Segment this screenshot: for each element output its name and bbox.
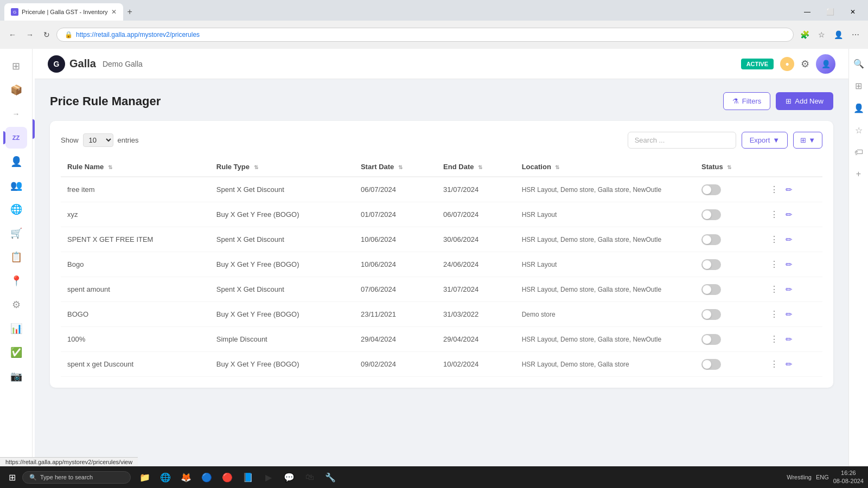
action-dots-button[interactable]: ⋮ bbox=[767, 208, 782, 221]
add-new-button[interactable]: ⊞ Add New bbox=[776, 92, 833, 110]
action-dots-button[interactable]: ⋮ bbox=[767, 358, 782, 370]
action-dots-button[interactable]: ⋮ bbox=[767, 258, 782, 271]
sidebar-item-arrow[interactable]: → bbox=[5, 103, 27, 125]
col-header-rule-type[interactable]: Rule Type ⇅ bbox=[210, 157, 354, 177]
table-right-controls: Export ▼ ⊞ ▼ bbox=[628, 132, 822, 149]
cell-rule-name: spent x get Duscount bbox=[61, 352, 210, 377]
sidebar-item-reports[interactable]: 📋 bbox=[5, 246, 27, 268]
cell-rule-type: Simple Discount bbox=[210, 327, 354, 352]
col-header-location[interactable]: Location ⇅ bbox=[515, 157, 695, 177]
right-grid-icon[interactable]: ⊞ bbox=[852, 78, 865, 94]
taskbar-app-chrome[interactable]: 🔴 bbox=[218, 467, 237, 487]
sidebar-item-inventory[interactable]: 📦 bbox=[5, 79, 27, 101]
taskbar-app-edge[interactable]: 🌐 bbox=[156, 467, 175, 487]
table-scroll[interactable]: Rule Name ⇅ Rule Type ⇅ Start Date ⇅ End… bbox=[61, 157, 822, 377]
status-toggle[interactable] bbox=[701, 334, 721, 345]
address-bar[interactable]: 🔒 https://retail.galla.app/mystorev2/pri… bbox=[56, 28, 794, 42]
active-tab[interactable]: G Pricerule | Galla GST - Inventory ✕ bbox=[4, 3, 123, 21]
col-header-start-date[interactable]: Start Date ⇅ bbox=[354, 157, 437, 177]
avatar[interactable]: 👤 bbox=[816, 54, 835, 74]
cell-rule-name: free item bbox=[61, 177, 210, 202]
status-toggle[interactable] bbox=[701, 309, 721, 320]
sidebar-item-dashboard[interactable]: ⊞ bbox=[5, 55, 27, 77]
price-rule-table: Rule Name ⇅ Rule Type ⇅ Start Date ⇅ End… bbox=[61, 157, 822, 377]
col-header-status[interactable]: Status ⇅ bbox=[695, 157, 760, 177]
sidebar-item-location[interactable]: 📍 bbox=[5, 270, 27, 292]
cell-location: HSR Layout, Demo store, Galla store, New… bbox=[515, 227, 695, 252]
taskbar-app-firefox[interactable]: 🦊 bbox=[176, 467, 196, 487]
sidebar-item-pricerule[interactable]: ZZ bbox=[5, 127, 27, 149]
status-toggle[interactable] bbox=[701, 234, 721, 245]
tab-close-icon[interactable]: ✕ bbox=[111, 8, 117, 16]
sidebar-item-checklist[interactable]: ✅ bbox=[5, 342, 27, 363]
filters-button[interactable]: ⚗ Filters bbox=[723, 92, 770, 110]
active-badge: ACTIVE bbox=[741, 59, 774, 69]
taskbar-app-ie[interactable]: 🔵 bbox=[197, 467, 216, 487]
minimize-button[interactable]: — bbox=[796, 4, 818, 20]
sidebar-item-camera[interactable]: 📷 bbox=[5, 365, 27, 387]
status-toggle[interactable] bbox=[701, 184, 721, 195]
col-header-rule-name[interactable]: Rule Name ⇅ bbox=[61, 157, 210, 177]
maximize-button[interactable]: ⬜ bbox=[819, 4, 841, 20]
cell-status bbox=[695, 352, 760, 377]
edit-button[interactable]: ✏ bbox=[783, 284, 795, 296]
gear-icon-button[interactable]: ⚙ bbox=[801, 58, 809, 70]
taskbar-app-fb[interactable]: 📘 bbox=[238, 467, 258, 487]
sidebar-item-analytics[interactable]: 📊 bbox=[5, 318, 27, 339]
taskbar-app-skype[interactable]: 💬 bbox=[279, 467, 299, 487]
status-toggle[interactable] bbox=[701, 259, 721, 270]
grid-icon: ⊞ bbox=[800, 136, 806, 144]
back-button[interactable]: ← bbox=[5, 28, 20, 41]
forward-button[interactable]: → bbox=[23, 28, 37, 41]
new-tab-button[interactable]: + bbox=[123, 5, 137, 19]
status-toggle[interactable] bbox=[701, 359, 721, 370]
view-toggle-button[interactable]: ⊞ ▼ bbox=[793, 132, 822, 149]
taskbar-app-store[interactable]: 🛍 bbox=[300, 467, 320, 487]
table-controls: Show 10 25 50 100 entries Export bbox=[61, 132, 822, 149]
edit-button[interactable]: ✏ bbox=[783, 259, 795, 271]
icon-sidebar: ⊞ 📦 → ZZ 👤 👥 🌐 🛒 📋 📍 ⚙ 📊 ✅ 📷 📄 bbox=[0, 49, 33, 488]
app-header: G Galla Demo Galla ACTIVE ● ⚙ 👤 bbox=[35, 49, 848, 79]
edit-button[interactable]: ✏ bbox=[783, 309, 795, 320]
start-button[interactable]: ⊞ bbox=[4, 470, 20, 485]
taskbar-search[interactable]: 🔍 Type here to search bbox=[22, 471, 131, 484]
cell-rule-type: Spent X Get Discount bbox=[210, 227, 354, 252]
edit-button[interactable]: ✏ bbox=[783, 234, 795, 246]
action-dots-button[interactable]: ⋮ bbox=[767, 183, 782, 196]
close-button[interactable]: ✕ bbox=[842, 4, 864, 20]
sidebar-item-globe[interactable]: 🌐 bbox=[5, 198, 27, 220]
sidebar-item-cart[interactable]: 🛒 bbox=[5, 222, 27, 244]
star-button[interactable]: ☆ bbox=[815, 28, 828, 41]
right-tag-icon[interactable]: 🏷 bbox=[851, 144, 866, 160]
sidebar-item-users[interactable]: 👤 bbox=[5, 151, 27, 172]
edit-button[interactable]: ✏ bbox=[783, 184, 795, 196]
action-dots-button[interactable]: ⋮ bbox=[767, 233, 782, 246]
search-input[interactable] bbox=[628, 132, 736, 149]
extensions-button[interactable]: 🧩 bbox=[797, 28, 813, 41]
edit-button[interactable]: ✏ bbox=[783, 358, 795, 370]
entries-select[interactable]: 10 25 50 100 bbox=[83, 133, 113, 147]
sidebar-item-team[interactable]: 👥 bbox=[5, 175, 27, 196]
taskbar-app-tool[interactable]: 🔧 bbox=[321, 467, 340, 487]
taskbar-app-files[interactable]: 📁 bbox=[135, 467, 155, 487]
action-dots-button[interactable]: ⋮ bbox=[767, 333, 782, 345]
sidebar-item-settings[interactable]: ⚙ bbox=[5, 294, 27, 316]
right-search-icon[interactable]: 🔍 bbox=[850, 55, 867, 72]
taskbar-app-yt[interactable]: ▶ bbox=[259, 467, 278, 487]
status-toggle[interactable] bbox=[701, 284, 721, 295]
col-header-end-date[interactable]: End Date ⇅ bbox=[437, 157, 515, 177]
col-header-actions bbox=[760, 157, 822, 177]
action-dots-button[interactable]: ⋮ bbox=[767, 308, 782, 320]
right-user-icon[interactable]: 👤 bbox=[850, 100, 867, 117]
status-url: https://retail.galla.app/mystorev2/price… bbox=[5, 459, 132, 465]
more-button[interactable]: ⋯ bbox=[848, 28, 863, 41]
refresh-button[interactable]: ↻ bbox=[40, 28, 53, 41]
right-star-icon[interactable]: ☆ bbox=[852, 122, 866, 139]
export-button[interactable]: Export ▼ bbox=[742, 132, 788, 149]
status-toggle[interactable] bbox=[701, 209, 721, 220]
right-plus-icon[interactable]: + bbox=[853, 166, 864, 182]
profile-button[interactable]: 👤 bbox=[831, 28, 846, 41]
action-dots-button[interactable]: ⋮ bbox=[767, 283, 782, 296]
edit-button[interactable]: ✏ bbox=[783, 333, 795, 345]
edit-button[interactable]: ✏ bbox=[783, 209, 795, 221]
